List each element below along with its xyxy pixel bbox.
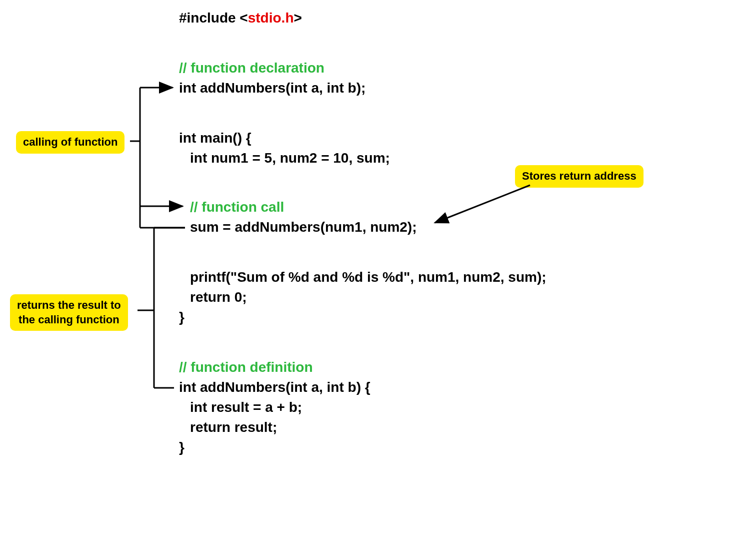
return0-line: return 0; — [190, 289, 247, 305]
definition-body-2: return result; — [190, 419, 277, 435]
include-pre: #include < — [179, 10, 248, 26]
arrows-overlay — [0, 0, 756, 534]
call-line: sum = addNumbers(num1, num2); — [190, 219, 417, 235]
diagram-canvas: #include <stdio.h> // function declarati… — [0, 0, 756, 534]
returns-bracket — [138, 228, 185, 388]
comment-definition: // function definition — [179, 359, 313, 375]
definition-body-1: int result = a + b; — [190, 399, 302, 415]
tag-returns-line2: the calling function — [18, 313, 120, 326]
tag-returns-result: returns the result to the calling functi… — [10, 294, 128, 331]
comment-declaration: // function declaration — [179, 60, 324, 76]
include-lib: stdio.h — [248, 10, 294, 26]
stores-arrow — [435, 185, 530, 223]
main-signature: int main() { — [179, 130, 252, 146]
include-line: #include <stdio.h> — [179, 10, 302, 26]
definition-signature: int addNumbers(int a, int b) { — [179, 379, 370, 395]
declaration-line: int addNumbers(int a, int b); — [179, 80, 366, 96]
tag-returns-line1: returns the result to — [17, 299, 121, 311]
tag-calling-of-function: calling of function — [16, 131, 124, 154]
include-post: > — [294, 10, 302, 26]
main-close: } — [179, 309, 184, 325]
definition-close: } — [179, 439, 184, 455]
printf-line: printf("Sum of %d and %d is %d", num1, n… — [190, 269, 546, 285]
calling-bracket — [130, 88, 185, 228]
tag-stores-return-address: Stores return address — [515, 165, 644, 188]
comment-call: // function call — [190, 199, 284, 215]
main-vars: int num1 = 5, num2 = 10, sum; — [190, 150, 390, 166]
